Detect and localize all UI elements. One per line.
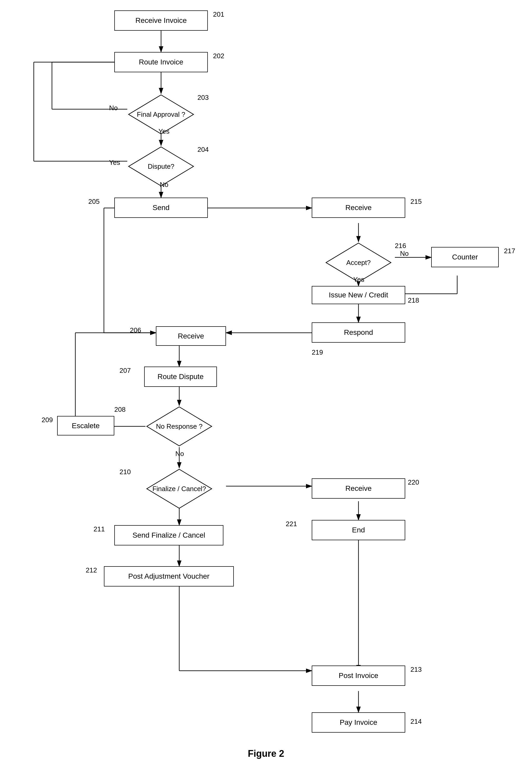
ref-219: 219: [312, 348, 323, 356]
ref-208: 208: [114, 405, 125, 414]
ref-204: 204: [197, 146, 208, 154]
receive-215-box: Receive: [312, 198, 405, 218]
receive-206-box: Receive: [156, 326, 226, 346]
ref-201: 201: [213, 10, 224, 19]
no-label-accept: No: [400, 250, 409, 258]
ref-211: 211: [93, 525, 105, 533]
ref-212: 212: [86, 566, 97, 574]
ref-214: 214: [410, 717, 422, 725]
ref-203: 203: [197, 94, 208, 102]
ref-213: 213: [410, 666, 422, 674]
issue-new-credit-box: Issue New / Credit: [312, 286, 405, 304]
ref-217: 217: [504, 247, 515, 255]
ref-216: 216: [395, 242, 406, 250]
finalize-cancel-diamond: Finalize / Cancel?: [146, 468, 213, 509]
no-label-final-approval: No: [109, 104, 118, 112]
escalete-box: Escalete: [57, 416, 114, 435]
figure-caption: Figure 2: [248, 748, 284, 759]
ref-209: 209: [42, 416, 53, 424]
ref-205: 205: [88, 198, 100, 206]
ref-206: 206: [130, 326, 141, 334]
receive-220-box: Receive: [312, 478, 405, 499]
no-label-response: No: [175, 450, 184, 458]
receive-invoice-box: Receive Invoice: [114, 10, 208, 31]
respond-box: Respond: [312, 322, 405, 343]
ref-207: 207: [119, 366, 131, 375]
ref-220: 220: [408, 478, 419, 487]
arrows-svg: [0, 0, 532, 767]
route-dispute-box: Route Dispute: [144, 366, 217, 387]
yes-label-accept: Yes: [353, 276, 364, 284]
ref-202: 202: [213, 52, 224, 60]
no-label-dispute: No: [160, 181, 168, 189]
end-box: End: [312, 520, 405, 540]
send-finalize-box: Send Finalize / Cancel: [114, 525, 223, 545]
post-invoice-box: Post Invoice: [312, 666, 405, 686]
yes-label-final-approval: Yes: [158, 128, 169, 136]
ref-221: 221: [286, 520, 297, 528]
no-response-diamond: No Response ?: [146, 405, 213, 447]
send-box: Send: [114, 198, 208, 218]
ref-218: 218: [408, 296, 419, 305]
yes-label-dispute: Yes: [109, 158, 120, 167]
ref-210: 210: [119, 468, 131, 476]
ref-215: 215: [410, 198, 422, 206]
route-invoice-box: Route Invoice: [114, 52, 208, 72]
counter-box: Counter: [431, 247, 499, 267]
pay-invoice-box: Pay Invoice: [312, 712, 405, 733]
post-adjustment-box: Post Adjustment Voucher: [104, 566, 234, 586]
flowchart-diagram: Receive Invoice 201 Route Invoice 202 Fi…: [0, 0, 532, 767]
